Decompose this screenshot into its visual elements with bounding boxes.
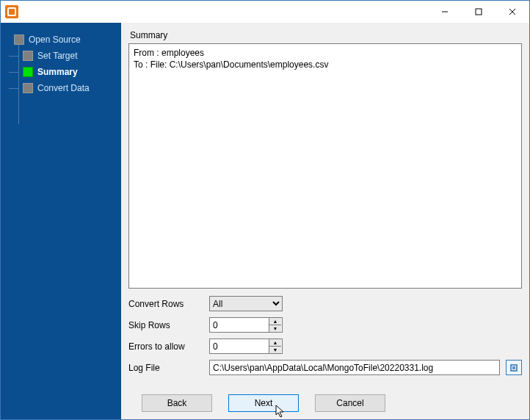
browse-icon	[509, 363, 518, 372]
sidebar-item-label: Set Target	[37, 51, 77, 61]
errors-allow-spinner[interactable]: ▲ ▼	[209, 338, 283, 354]
spin-down-icon[interactable]: ▼	[269, 347, 281, 353]
step-node-icon	[14, 35, 24, 45]
spin-down-icon[interactable]: ▼	[269, 325, 281, 332]
close-button[interactable]	[495, 1, 529, 23]
sidebar-item-set-target[interactable]: Set Target	[1, 48, 121, 64]
convert-rows-select[interactable]: All	[209, 296, 283, 311]
sidebar-item-label: Open Source	[29, 35, 81, 45]
sidebar-item-open-source[interactable]: Open Source	[1, 32, 121, 48]
summary-textbox[interactable]: From : employees To : File: C:\Users\pan…	[128, 43, 522, 289]
cancel-button[interactable]: Cancel	[315, 394, 385, 412]
options-grid: Convert Rows All Skip Rows ▲ ▼ Errors to…	[128, 296, 522, 381]
step-node-icon	[23, 67, 33, 77]
spin-up-icon[interactable]: ▲	[269, 339, 281, 347]
errors-label: Errors to allow	[128, 341, 209, 352]
summary-title: Summary	[128, 29, 522, 43]
maximize-button[interactable]	[462, 1, 495, 23]
skip-rows-spinner[interactable]: ▲ ▼	[209, 317, 283, 333]
convert-rows-label: Convert Rows	[128, 299, 209, 309]
sidebar-item-summary[interactable]: Summary	[1, 64, 121, 80]
svg-rect-4	[511, 365, 517, 371]
window-controls	[428, 1, 529, 23]
step-node-icon	[23, 51, 33, 61]
minimize-button[interactable]	[428, 1, 462, 23]
back-button[interactable]: Back	[142, 394, 212, 412]
sidebar-item-label: Summary	[37, 67, 78, 77]
browse-logfile-button[interactable]	[506, 360, 522, 375]
logfile-label: Log File	[128, 363, 209, 373]
wizard-buttons: Back Next Cancel	[128, 394, 522, 412]
svg-rect-1	[476, 9, 482, 15]
main-panel: Summary From : employees To : File: C:\U…	[121, 23, 529, 419]
wizard-sidebar: Open Source Set Target Summary Convert D…	[1, 23, 121, 419]
step-node-icon	[23, 83, 33, 93]
skip-rows-label: Skip Rows	[128, 320, 209, 330]
spin-up-icon[interactable]: ▲	[269, 318, 281, 325]
logfile-input[interactable]	[209, 360, 500, 375]
sidebar-item-label: Convert Data	[37, 83, 90, 93]
app-icon	[5, 5, 18, 18]
skip-rows-input[interactable]	[210, 318, 269, 332]
next-button[interactable]: Next	[228, 394, 299, 412]
errors-allow-input[interactable]	[210, 339, 269, 353]
titlebar	[1, 1, 529, 23]
sidebar-item-convert-data[interactable]: Convert Data	[1, 80, 121, 96]
